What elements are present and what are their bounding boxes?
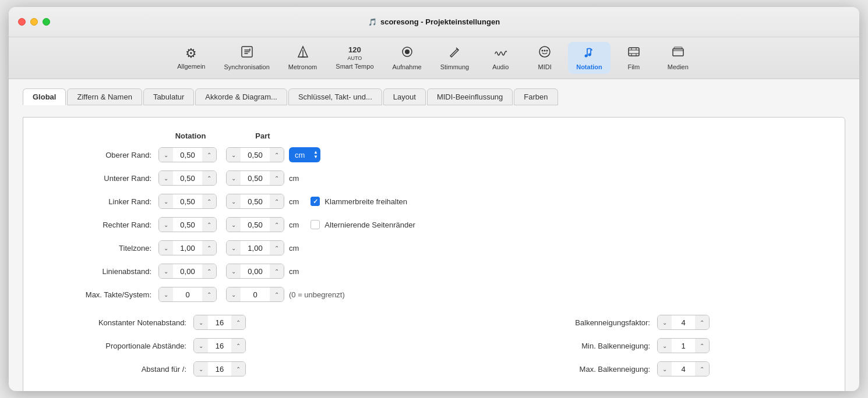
stepper-up-max-balken[interactable]: ⌃ [695,361,709,376]
stepper-up-notation-oberer[interactable]: ⌃ [202,147,216,162]
stepper-up-part-linker[interactable]: ⌃ [270,194,284,209]
svg-point-12 [588,54,591,56]
stepper-up-part-linienabstand[interactable]: ⌃ [270,264,284,279]
stepper-down-notation-titelzone[interactable]: ⌄ [159,240,173,255]
checkbox-alternierend-label[interactable]: Alternierende Seitenränder [310,220,415,229]
stepper-notation-linker[interactable]: ⌄ 0,50 ⌃ [158,194,217,209]
notation-icon [583,45,597,62]
stepper-down-part-linienabstand[interactable]: ⌄ [227,264,241,279]
label-unterer-rand: Unterer Rand: [42,174,158,183]
stepper-down-konstanter[interactable]: ⌄ [194,315,208,330]
stepper-down-proportionale[interactable]: ⌄ [194,338,208,353]
stepper-max-balkenneigung[interactable]: ⌄ 4 ⌃ [657,361,710,376]
stepper-down-notation-linienabstand[interactable]: ⌄ [159,264,173,279]
unit-unterer: cm [289,174,299,183]
toolbar-item-audio[interactable]: Audio [479,42,521,74]
stepper-up-part-max-takte[interactable]: ⌃ [270,287,284,302]
stepper-down-notation-rechter[interactable]: ⌄ [159,217,173,232]
stepper-up-notation-rechter[interactable]: ⌃ [202,217,216,232]
minimize-button[interactable] [30,18,38,26]
stepper-down-part-linker[interactable]: ⌄ [227,194,241,209]
stepper-up-part-oberer[interactable]: ⌃ [270,147,284,162]
close-button[interactable] [18,18,26,26]
toolbar-item-allgemein[interactable]: ⚙ Allgemein [169,42,213,73]
stepper-min-balkenneigung[interactable]: ⌄ 1 ⌃ [657,338,710,353]
stepper-proportionale[interactable]: ⌄ 16 ⌃ [193,338,246,353]
window: 🎵 scoresong - Projekteinstellungen ⚙ All… [9,7,859,391]
stepper-part-linienabstand[interactable]: ⌄ 0,00 ⌃ [226,264,284,279]
stepper-part-titelzone[interactable]: ⌄ 1,00 ⌃ [226,240,284,255]
tab-midi-bee[interactable]: MIDI-Beeinflussung [427,88,513,105]
stepper-up-part-rechter[interactable]: ⌃ [270,217,284,232]
stepper-part-linker[interactable]: ⌄ 0,50 ⌃ [226,194,284,209]
tab-ziffern[interactable]: Ziffern & Namen [67,88,142,105]
stepper-notation-titelzone[interactable]: ⌄ 1,00 ⌃ [158,240,217,255]
tab-layout[interactable]: Layout [383,88,426,105]
stepper-down-min-balken[interactable]: ⌄ [658,338,672,353]
tab-tabulatur[interactable]: Tabulatur [143,88,194,105]
tab-global[interactable]: Global [23,88,66,105]
stepper-val-part-unterer: 0,50 [241,174,270,183]
stepper-part-max-takte[interactable]: ⌄ 0 ⌃ [226,287,284,302]
stepper-down-notation-oberer[interactable]: ⌄ [159,147,173,162]
stepper-up-balkenneigung[interactable]: ⌃ [695,315,709,330]
checkbox-klammerbreite-label[interactable]: ✓ Klammerbreite freihalten [310,197,407,206]
stepper-up-part-unterer[interactable]: ⌃ [270,170,284,186]
stepper-down-part-unterer[interactable]: ⌄ [227,170,241,186]
stepper-part-unterer[interactable]: ⌄ 0,50 ⌃ [226,170,284,186]
content-area: Global Ziffern & Namen Tabulatur Akkorde… [9,79,859,391]
stepper-down-max-balken[interactable]: ⌄ [658,361,672,376]
stepper-down-notation-unterer[interactable]: ⌄ [159,170,173,186]
toolbar-item-stimmung[interactable]: Stimmung [432,42,478,74]
stepper-up-notation-linienabstand[interactable]: ⌃ [202,264,216,279]
toolbar-item-synchronisation[interactable]: Synchronisation [216,42,277,74]
toolbar-item-midi[interactable]: MIDI [524,42,566,74]
stepper-notation-max-takte[interactable]: ⌄ 0 ⌃ [158,287,217,302]
checkbox-alternierend[interactable] [310,220,320,229]
unit-select[interactable]: cm inch [289,147,320,162]
stepper-notation-unterer[interactable]: ⌄ 0,50 ⌃ [158,170,217,186]
stepper-up-part-titelzone[interactable]: ⌃ [270,240,284,255]
toolbar-item-metronom[interactable]: Metronom [280,42,326,74]
stepper-up-konstanter[interactable]: ⌃ [231,315,245,330]
unit-titelzone: cm [289,244,299,253]
maximize-button[interactable] [43,18,50,26]
stepper-konstanter-notenabstand[interactable]: ⌄ 16 ⌃ [193,315,246,330]
toolbar-item-aufnahme[interactable]: Aufnahme [384,42,430,74]
toolbar-item-medien[interactable]: Medien [657,42,699,74]
toolbar-item-smart-tempo[interactable]: 120AUTO Smart Tempo [327,42,382,73]
stepper-down-part-titelzone[interactable]: ⌄ [227,240,241,255]
toolbar-item-film[interactable]: Film [613,42,655,74]
stepper-notation-linienabstand[interactable]: ⌄ 0,00 ⌃ [158,264,217,279]
stepper-abstand-fuer[interactable]: ⌄ 16 ⌃ [193,361,246,376]
stepper-up-min-balken[interactable]: ⌃ [695,338,709,353]
stepper-up-notation-linker[interactable]: ⌃ [202,194,216,209]
stepper-down-notation-linker[interactable]: ⌄ [159,194,173,209]
toolbar-label-notation: Notation [576,63,602,70]
tab-farben[interactable]: Farben [514,88,558,105]
stepper-part-rechter[interactable]: ⌄ 0,50 ⌃ [226,217,284,232]
stepper-val-notation-linienabstand: 0,00 [173,267,202,276]
stepper-up-notation-titelzone[interactable]: ⌃ [202,240,216,255]
tab-akkorde[interactable]: Akkorde & Diagram... [195,88,287,105]
checkbox-klammerbreite-text: Klammerbreite freihalten [324,197,407,206]
stepper-down-part-rechter[interactable]: ⌄ [227,217,241,232]
stepper-part-oberer[interactable]: ⌄ 0,50 ⌃ [226,147,284,162]
tab-schluessel[interactable]: Schlüssel, Takt- und... [288,88,382,105]
stepper-down-abstand[interactable]: ⌄ [194,361,208,376]
stepper-down-part-max-takte[interactable]: ⌄ [227,287,241,302]
stepper-up-proportionale[interactable]: ⌃ [231,338,245,353]
toolbar-item-notation[interactable]: Notation [568,42,611,74]
stepper-up-notation-max-takte[interactable]: ⌃ [202,287,216,302]
stepper-down-notation-max-takte[interactable]: ⌄ [159,287,173,302]
stepper-down-part-oberer[interactable]: ⌄ [227,147,241,162]
stepper-notation-oberer[interactable]: ⌄ 0,50 ⌃ [158,147,217,162]
stepper-down-balkenneigung[interactable]: ⌄ [658,315,672,330]
stepper-balkenneigungsfaktor[interactable]: ⌄ 4 ⌃ [657,315,710,330]
stepper-up-abstand[interactable]: ⌃ [231,361,245,376]
checkbox-klammerbreite[interactable]: ✓ [310,197,320,206]
record-icon [401,45,414,62]
stepper-notation-rechter[interactable]: ⌄ 0,50 ⌃ [158,217,217,232]
stepper-up-notation-unterer[interactable]: ⌃ [202,170,216,186]
pen-icon [448,45,461,62]
